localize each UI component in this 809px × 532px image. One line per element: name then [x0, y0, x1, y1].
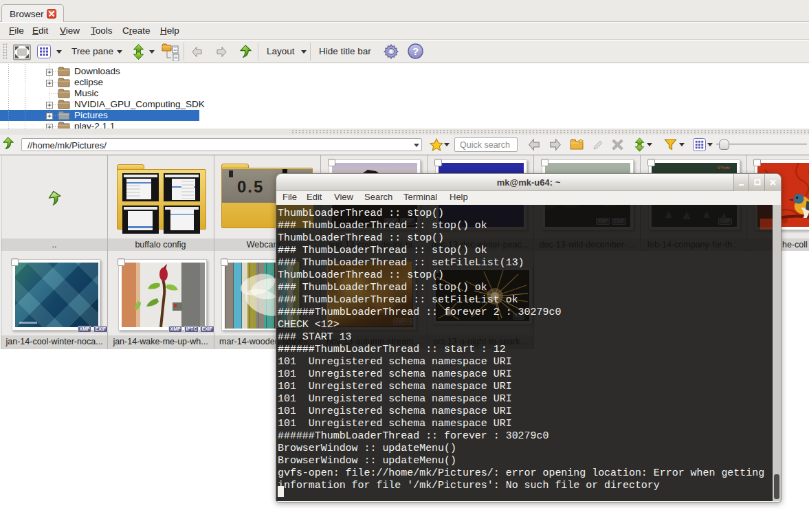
svg-text:?: ?: [412, 45, 419, 57]
